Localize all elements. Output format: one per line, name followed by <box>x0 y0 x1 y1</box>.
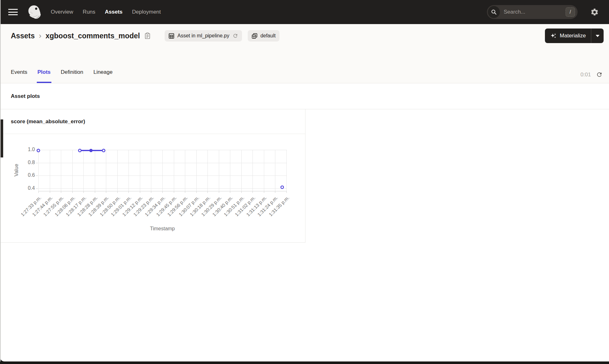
materialize-dropdown-button[interactable] <box>591 29 604 43</box>
sparkle-icon <box>550 32 557 39</box>
data-point[interactable] <box>89 149 93 152</box>
tab-lineage[interactable]: Lineage <box>93 69 113 83</box>
reload-location-icon[interactable] <box>232 33 238 39</box>
section-title: Asset plots <box>11 93 40 99</box>
dagster-logo[interactable] <box>26 4 42 20</box>
background-window-sliver <box>1 119 3 157</box>
asset-group-icon <box>252 33 258 39</box>
asset-tags: Asset in ml_pipeline.py default <box>165 30 279 42</box>
asset-tabs: Events Plots Definition Lineage <box>11 69 113 83</box>
asset-group-tag[interactable]: default <box>248 30 279 42</box>
search-input[interactable] <box>504 9 551 15</box>
global-search[interactable]: / <box>487 5 578 19</box>
hamburger-menu-icon[interactable] <box>8 9 18 15</box>
plot-title: score (mean_absolute_error) <box>11 118 85 125</box>
gear-icon[interactable] <box>590 8 599 16</box>
caret-down-icon <box>596 35 599 37</box>
asset-group-label: default <box>260 33 276 39</box>
materialize-split-button: Materialize <box>545 29 604 43</box>
materialize-label: Materialize <box>560 33 586 39</box>
data-point[interactable] <box>37 149 40 152</box>
code-location-label: Asset in ml_pipeline.py <box>177 33 229 39</box>
breadcrumb-assets-link[interactable]: Assets <box>11 32 35 40</box>
copy-asset-name-icon[interactable] <box>144 32 151 39</box>
search-shortcut-badge: / <box>566 7 575 17</box>
nav-item-deployment[interactable]: Deployment <box>132 9 161 15</box>
refresh-countdown: 0:01 <box>580 72 591 78</box>
app-window: Overview Runs Assets Deployment / Assets… <box>0 0 609 361</box>
chart-canvas: 1.00.80.60.41:27:33 p.m.1:27:44 p.m.1:27… <box>0 134 305 242</box>
nav-item-assets[interactable]: Assets <box>105 9 123 15</box>
breadcrumb-separator: › <box>39 31 41 40</box>
tab-events[interactable]: Events <box>11 69 27 83</box>
code-location-tag[interactable]: Asset in ml_pipeline.py <box>165 30 242 42</box>
materialize-button[interactable]: Materialize <box>545 29 591 43</box>
section-header: Asset plots <box>0 83 609 109</box>
top-nav: Overview Runs Assets Deployment / <box>0 0 609 24</box>
nav-item-overview[interactable]: Overview <box>51 9 73 15</box>
refresh-icon[interactable] <box>596 71 603 78</box>
data-point[interactable] <box>281 186 284 188</box>
data-point[interactable] <box>78 149 81 152</box>
tab-definition[interactable]: Definition <box>61 69 83 83</box>
primary-nav: Overview Runs Assets Deployment <box>51 9 161 15</box>
breadcrumb-row: Assets › xgboost_comments_model <box>0 24 609 48</box>
nav-item-runs[interactable]: Runs <box>83 9 95 15</box>
window-left-edge <box>0 0 1 361</box>
tabs-row: Events Plots Definition Lineage 0:01 <box>0 48 609 83</box>
search-icon <box>488 6 500 18</box>
page-title: xgboost_comments_model <box>45 32 140 40</box>
table-icon <box>168 33 174 39</box>
plot-card: score (mean_absolute_error) 1.00.80.60.4… <box>0 109 305 243</box>
chart-series-layer <box>0 134 305 242</box>
tab-plots[interactable]: Plots <box>37 69 51 83</box>
data-point[interactable] <box>102 149 105 152</box>
plots-content: score (mean_absolute_error) 1.00.80.60.4… <box>0 109 609 318</box>
